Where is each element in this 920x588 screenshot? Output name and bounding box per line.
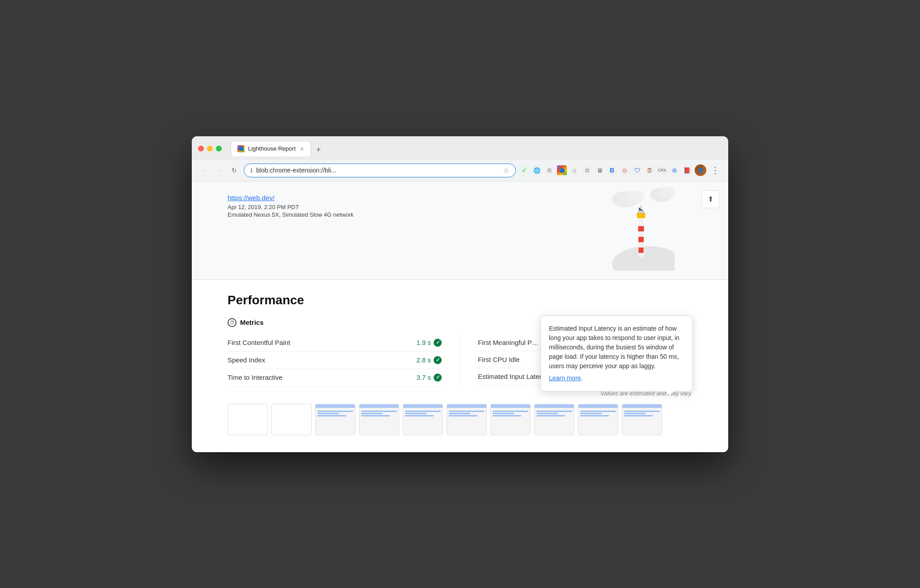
- tooltip-text: Estimated Input Latency is an estimate o…: [549, 324, 684, 371]
- forward-button[interactable]: →: [213, 164, 225, 176]
- si-value: 2.8 s: [416, 356, 442, 364]
- extension-lighthouse-icon[interactable]: 🔵: [557, 165, 567, 175]
- share-button[interactable]: ⬆: [701, 190, 719, 208]
- tti-val-text: 3.7 s: [416, 374, 431, 381]
- page-content: https://web.dev/ Apr 12, 2019, 2:20 PM P…: [192, 181, 728, 452]
- minimize-window-button[interactable]: [207, 146, 213, 151]
- metrics-left-column: First Contentful Paint 1.9 s Speed Index…: [228, 334, 460, 386]
- extension-monitor-icon[interactable]: 🖥: [595, 165, 604, 175]
- metric-row-fcp: First Contentful Paint 1.9 s: [228, 334, 442, 352]
- share-icon: ⬆: [708, 195, 713, 203]
- eil-label: Estimated Input Latency: [478, 373, 550, 380]
- extension-red-icon[interactable]: ⊙: [620, 165, 629, 175]
- filmstrip-frame-5: [403, 404, 443, 435]
- close-window-button[interactable]: [198, 146, 204, 151]
- tabs-row: 🔵 Lighthouse Report × +: [231, 141, 325, 156]
- tti-label: Time to Interactive: [228, 374, 283, 381]
- si-check-icon: [434, 356, 442, 364]
- extension-kbd-icon[interactable]: ⊡: [582, 165, 592, 175]
- browser-window: 🔵 Lighthouse Report × + ← → ↻ ℹ blob:chr…: [192, 136, 728, 452]
- metrics-icon: ⏱: [228, 318, 236, 327]
- url-bar[interactable]: ℹ blob:chrome-extension://bli... ☆: [244, 164, 516, 177]
- tooltip-box: Estimated Input Latency is an estimate o…: [540, 315, 692, 391]
- secure-icon: ℹ: [250, 167, 253, 174]
- extension-globe-icon[interactable]: 🌐: [532, 165, 542, 175]
- bookmark-icon[interactable]: ☆: [503, 166, 509, 175]
- active-tab[interactable]: 🔵 Lighthouse Report ×: [231, 141, 311, 156]
- extension-shield-icon[interactable]: 🛡: [632, 165, 642, 175]
- learn-more-link[interactable]: Learn more: [549, 374, 581, 382]
- fcp-val-text: 1.9 s: [416, 339, 431, 346]
- filmstrip-frame-2: [271, 404, 312, 435]
- extensions-area: ✓ 🌐 ⊞ 🔵 ☺ ⊡ 🖥 B ⊙ 🛡 🗓 CRX ⊕ 📕 👤 ⋮: [519, 164, 722, 176]
- svg-marker-11: [639, 207, 643, 210]
- fcp-check-icon: [434, 339, 442, 347]
- filmstrip-frame-1: [228, 404, 268, 435]
- url-text: blob:chrome-extension://bli...: [256, 167, 499, 174]
- filmstrip-frame-10: [622, 404, 662, 435]
- metrics-label: Metrics: [240, 319, 264, 326]
- tti-check-icon: [434, 374, 442, 382]
- filmstrip-frame-9: [578, 404, 618, 435]
- reload-button[interactable]: ↻: [228, 164, 240, 176]
- si-label: Speed Index: [228, 356, 265, 364]
- tab-title: Lighthouse Report: [248, 145, 295, 152]
- fmp-label: First Meaningful P…: [478, 339, 539, 346]
- header-info: https://web.dev/ Apr 12, 2019, 2:20 PM P…: [228, 192, 354, 218]
- si-val-text: 2.8 s: [416, 356, 431, 364]
- report-date: Apr 12, 2019, 2:20 PM PDT: [228, 204, 354, 210]
- filmstrip-frame-7: [490, 404, 531, 435]
- extension-crx-icon[interactable]: CRX: [657, 165, 667, 175]
- fcp-label: First Contentful Paint: [228, 339, 290, 346]
- title-bar: 🔵 Lighthouse Report × +: [192, 136, 728, 160]
- svg-rect-10: [638, 210, 644, 213]
- new-tab-button[interactable]: +: [312, 144, 325, 156]
- metric-row-si: Speed Index 2.8 s: [228, 352, 442, 369]
- chrome-menu-button[interactable]: ⋮: [709, 165, 722, 176]
- tooltip-period: .: [581, 374, 583, 382]
- svg-rect-8: [639, 248, 644, 253]
- extension-check-icon[interactable]: ✓: [519, 165, 529, 175]
- metric-row-tti: Time to Interactive 3.7 s: [228, 369, 442, 386]
- back-button[interactable]: ←: [198, 164, 210, 176]
- filmstrip-frame-3: [315, 404, 355, 435]
- tti-value: 3.7 s: [416, 374, 442, 382]
- fci-label: First CPU Idle: [478, 356, 519, 363]
- maximize-window-button[interactable]: [216, 146, 222, 151]
- tab-favicon: 🔵: [237, 145, 245, 152]
- filmstrip-frame-4: [359, 404, 399, 435]
- filmstrip-frame-8: [534, 404, 574, 435]
- avatar-image: 👤: [695, 164, 706, 176]
- tab-close-button[interactable]: ×: [299, 144, 304, 153]
- filmstrip-frame-6: [447, 404, 487, 435]
- performance-title: Performance: [228, 293, 692, 307]
- extension-b-icon[interactable]: B: [607, 165, 617, 175]
- filmstrip-row: [228, 397, 692, 439]
- report-device: Emulated Nexus 5X, Simulated Slow 4G net…: [228, 211, 354, 218]
- user-avatar[interactable]: 👤: [695, 164, 706, 176]
- extension-smiley-icon[interactable]: ☺: [570, 165, 579, 175]
- svg-rect-7: [638, 237, 644, 242]
- extension-grid-icon[interactable]: ⊞: [544, 165, 554, 175]
- performance-section: Performance ⏱ Metrics First Contentful P…: [192, 280, 728, 452]
- lighthouse-illustration: [603, 181, 692, 271]
- address-bar: ← → ↻ ℹ blob:chrome-extension://bli... ☆…: [192, 160, 728, 181]
- extension-book-icon[interactable]: 📕: [682, 165, 692, 175]
- fcp-value: 1.9 s: [416, 339, 442, 347]
- svg-rect-6: [638, 226, 644, 231]
- svg-point-1: [625, 190, 644, 204]
- page-url-link[interactable]: https://web.dev/: [228, 194, 274, 202]
- svg-rect-9: [637, 213, 645, 218]
- extension-calendar-icon[interactable]: 🗓: [645, 165, 654, 175]
- extension-settings-icon[interactable]: ⊕: [670, 165, 679, 175]
- traffic-lights: [198, 146, 222, 151]
- lighthouse-header: https://web.dev/ Apr 12, 2019, 2:20 PM P…: [192, 181, 728, 280]
